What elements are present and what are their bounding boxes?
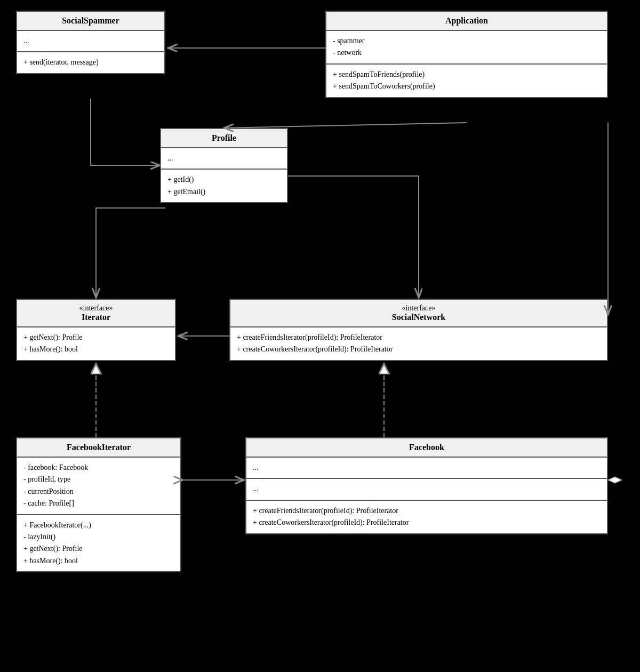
iterator-section-1: + getNext(): Profile + hasMore(): bool [17, 327, 175, 360]
application-section-2: + sendSpamToFriends(profile) + sendSpamT… [326, 65, 607, 97]
svg-line-1 [224, 123, 467, 128]
facebook-name: Facebook [409, 443, 444, 452]
profile-box: Profile ... + getId() + getEmail() [160, 128, 288, 203]
profile-section-1: ... [161, 148, 287, 170]
facebook-section-2: ... [246, 479, 607, 500]
facebook-iterator-title: FacebookIterator [17, 438, 180, 458]
facebook-iterator-section-1: - facebook: Facebook - profileId, type -… [17, 458, 180, 515]
facebook-title: Facebook [246, 438, 607, 458]
facebook-iterator-section-2: + FacebookIterator(...) - lazyInit() + g… [17, 515, 180, 572]
social-spammer-section-1: ... [17, 31, 164, 52]
social-network-title: «interface» SocialNetwork [230, 300, 607, 327]
profile-section-2: + getId() + getEmail() [161, 170, 287, 202]
application-title: Application [326, 12, 607, 31]
application-section-1: - spammer - network [326, 31, 607, 65]
facebook-box: Facebook ... ... + createFriendsIterator… [245, 437, 608, 534]
application-box: Application - spammer - network + sendSp… [325, 11, 608, 98]
iterator-name: Iterator [82, 313, 110, 322]
social-spammer-box: SocialSpammer ... + send(iterator, messa… [16, 11, 165, 74]
facebook-iterator-name: FacebookIterator [67, 443, 131, 452]
social-spammer-section-2: + send(iterator, message) [17, 52, 164, 73]
facebook-iterator-box: FacebookIterator - facebook: Facebook - … [16, 437, 181, 572]
facebook-section-1: ... [246, 458, 607, 479]
facebook-section-3: + createFriendsIterator(profileId): Prof… [246, 501, 607, 533]
profile-title: Profile [161, 129, 287, 148]
social-spammer-name: SocialSpammer [62, 16, 119, 25]
social-network-name: SocialNetwork [392, 313, 445, 322]
social-network-section-1: + createFriendsIterator(profileId): Prof… [230, 327, 607, 360]
profile-name: Profile [212, 133, 236, 142]
iterator-title: «interface» Iterator [17, 300, 175, 327]
diagram-container: SocialSpammer ... + send(iterator, messa… [0, 0, 640, 672]
social-network-box: «interface» SocialNetwork + createFriend… [229, 299, 608, 361]
application-name: Application [445, 16, 488, 25]
iterator-box: «interface» Iterator + getNext(): Profil… [16, 299, 176, 361]
social-spammer-title: SocialSpammer [17, 12, 164, 31]
